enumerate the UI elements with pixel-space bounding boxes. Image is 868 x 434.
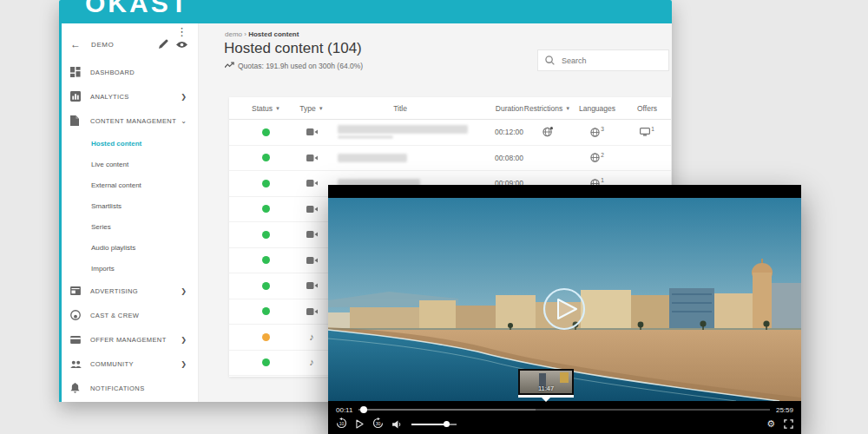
status-dot — [262, 307, 270, 315]
play-button[interactable] — [356, 417, 364, 432]
sidebar-item-analytics[interactable]: ANALYTICS ❯ — [59, 84, 198, 108]
table-row[interactable]: 00:08:00 2 — [229, 146, 671, 172]
duration-value: 00:08:00 — [463, 154, 523, 162]
quotas-line: Quotas: 191.9h used on 300h (64.0%) — [225, 62, 363, 70]
column-offers[interactable]: Offers — [623, 104, 671, 113]
cast-crew-icon — [70, 310, 82, 321]
sidebar-item-notifications[interactable]: NOTIFICATIONS — [59, 376, 198, 400]
sidebar-item-hosted-content[interactable]: Hosted content — [59, 133, 198, 154]
rewind-10-button[interactable]: 10 — [336, 417, 347, 432]
breadcrumb-current: Hosted content — [248, 30, 299, 38]
seek-preview: 11:47 — [518, 369, 574, 402]
sidebar-item-external-content[interactable]: External content — [59, 174, 198, 195]
search-icon — [545, 53, 555, 69]
breadcrumb[interactable]: demo › Hosted content — [225, 30, 299, 38]
seek-preview-image: 11:47 — [518, 369, 574, 395]
seek-knob[interactable] — [360, 406, 367, 413]
sidebar-item-dashboard[interactable]: DASHBOARD — [59, 60, 198, 84]
sort-arrow-icon[interactable]: ▼ — [565, 106, 570, 111]
volume-knob[interactable] — [444, 421, 450, 427]
status-dot — [262, 231, 270, 239]
column-languages[interactable]: Languages — [571, 104, 623, 113]
blurred-title — [338, 154, 407, 162]
page-title: Hosted content (104) — [224, 40, 362, 57]
chevron-right-icon: ❯ — [181, 336, 187, 344]
top-bar: OKAST — [59, 0, 672, 23]
back-arrow-icon[interactable]: ← — [70, 38, 81, 50]
video-type-icon — [286, 154, 338, 162]
dashboard-icon — [70, 67, 82, 78]
sort-arrow-icon[interactable]: ▼ — [275, 106, 280, 111]
video-player-window[interactable]: 11:47 00:11 25:59 10 30 ⚙ — [328, 185, 801, 434]
okast-logo: OKAST — [85, 0, 189, 18]
people-icon — [70, 358, 82, 370]
breadcrumb-separator: › — [244, 30, 247, 38]
volume-fill — [411, 424, 445, 425]
svg-text:30: 30 — [376, 421, 381, 426]
table-header: Status▼ Type▼ Title Duration Restriction… — [229, 97, 671, 120]
eye-icon[interactable] — [176, 36, 187, 52]
table-row[interactable]: 00:12:00 3 1 — [229, 120, 671, 146]
status-dot — [262, 180, 270, 187]
chevron-right-icon: ❯ — [181, 287, 187, 295]
seek-preview-caret-icon — [542, 398, 550, 402]
search-input[interactable] — [560, 56, 661, 66]
sidebar-item-advertising[interactable]: ADVERTISING ❯ — [59, 279, 198, 303]
sort-arrow-icon[interactable]: ▼ — [319, 106, 324, 111]
fullscreen-button[interactable] — [784, 417, 793, 432]
advertising-icon — [70, 286, 82, 297]
column-restrictions[interactable]: Restrictions▼ — [523, 104, 571, 113]
languages-count: 2 — [601, 152, 604, 158]
status-dot — [262, 282, 270, 290]
column-title[interactable]: Title — [338, 104, 463, 113]
trend-icon — [225, 62, 234, 70]
sidebar-item-cast-crew[interactable]: CAST & CREW — [59, 303, 198, 327]
buffered-bar — [358, 409, 536, 411]
video-type-icon — [286, 128, 338, 136]
pencil-icon[interactable] — [159, 36, 168, 52]
breadcrumb-root[interactable]: demo — [225, 30, 242, 38]
column-status[interactable]: Status▼ — [247, 104, 286, 113]
search-box[interactable] — [537, 49, 669, 71]
column-type[interactable]: Type▼ — [286, 104, 338, 113]
chevron-right-icon: ❯ — [181, 93, 187, 101]
sidebar-item-offer-management[interactable]: OFFER MANAGEMENT ❯ — [59, 327, 198, 352]
settings-gear-icon[interactable]: ⚙ — [766, 419, 775, 429]
status-dot — [262, 333, 270, 341]
sidebar-item-audio-playlists[interactable]: Audio playlists — [59, 237, 198, 258]
status-dot — [262, 205, 270, 213]
player-controls: 10 30 ⚙ — [328, 417, 801, 431]
geo-restriction-icon — [523, 127, 571, 137]
status-dot — [262, 256, 270, 264]
volume-slider[interactable] — [411, 424, 457, 425]
play-button — [544, 289, 584, 329]
workspace-row: ← DEMO — [59, 36, 198, 53]
total-time: 25:59 — [776, 406, 793, 414]
sidebar-item-series[interactable]: Series — [59, 216, 198, 237]
offers-cell: 1 — [623, 128, 671, 136]
sidebar-item-imports[interactable]: Imports — [59, 258, 198, 279]
status-dot — [262, 154, 270, 161]
blurred-title — [338, 125, 468, 134]
languages-count: 3 — [601, 126, 604, 132]
chevron-right-icon: ❯ — [181, 360, 187, 368]
workspace-label: DEMO — [91, 41, 159, 49]
sidebar-item-community[interactable]: COMMUNITY ❯ — [59, 352, 198, 376]
column-duration[interactable]: Duration — [463, 104, 523, 113]
sidebar: ⋮ ← DEMO DASHBOARD ANALYTICS ❯ CONTENT M… — [59, 23, 199, 402]
credit-card-icon — [70, 334, 82, 345]
seek-bar[interactable] — [358, 409, 770, 411]
status-dot — [262, 128, 270, 136]
sidebar-item-content-management[interactable]: CONTENT MANAGEMENT ⌄ — [59, 108, 198, 133]
volume-button[interactable] — [392, 417, 403, 432]
sidebar-item-smartlists[interactable]: Smartlists — [59, 195, 198, 216]
sidebar-nav: DASHBOARD ANALYTICS ❯ CONTENT MANAGEMENT… — [59, 60, 198, 400]
chevron-down-icon: ⌄ — [181, 117, 187, 125]
bell-icon — [70, 383, 82, 394]
forward-30-button[interactable]: 30 — [372, 417, 384, 432]
current-time: 00:11 — [336, 406, 352, 414]
duration-value: 00:12:00 — [463, 128, 523, 136]
document-icon — [70, 115, 82, 127]
sidebar-item-live-content[interactable]: Live content — [59, 154, 198, 174]
analytics-icon — [70, 91, 82, 102]
